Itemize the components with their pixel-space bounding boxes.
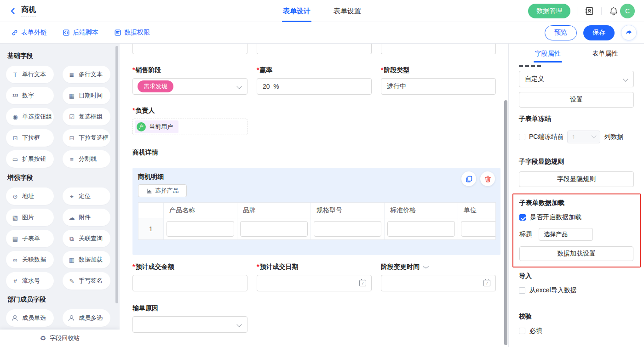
section-member-fields: 部门成员字段	[7, 296, 120, 304]
dataload-checkbox[interactable]	[519, 214, 526, 221]
cutoff-input[interactable]	[132, 44, 247, 54]
close-date-input[interactable]: 7	[257, 275, 372, 291]
sidebar-item-data-load[interactable]: ▥数据加载	[63, 251, 110, 268]
sidebar-item-address[interactable]: ⊙地址	[6, 188, 54, 205]
field-row-inputs-2: 7 7	[132, 275, 500, 291]
divider	[577, 7, 577, 15]
sidebar-item-checkbox-group[interactable]: ☑复选框组	[63, 108, 110, 125]
dataload-title-input[interactable]: 选择产品	[539, 228, 593, 241]
select-product-button[interactable]: 选择产品	[138, 184, 187, 197]
tab-field-properties[interactable]: 字段属性	[535, 50, 561, 63]
sidebar-scrollbar[interactable]	[115, 46, 118, 303]
page-title[interactable]: 商机	[21, 5, 36, 17]
title-area: 商机	[8, 5, 36, 17]
sidebar-item-serial-number[interactable]: #流水号	[6, 272, 54, 290]
stage-change-time-input[interactable]: 7	[381, 275, 496, 291]
freeze-section-title: 子表单冻结	[519, 115, 634, 123]
external-link-button[interactable]: 表单外链	[11, 28, 47, 37]
freeze-checkbox[interactable]	[519, 134, 525, 140]
field-visibility-rules-button[interactable]: 字段显隐规则	[519, 171, 634, 187]
subform-table: 产品名称 品牌 规格型号 标准价格 单位 1	[138, 202, 496, 240]
lose-reason-select[interactable]	[132, 316, 247, 333]
unit-input[interactable]	[461, 221, 496, 237]
sidebar-item-single-line-text[interactable]: T单行文本	[6, 66, 54, 83]
col-header-product-name: 产品名称	[164, 203, 237, 218]
style-select[interactable]: 自定义	[519, 71, 634, 87]
sidebar-item-datetime[interactable]: ▦日期时间	[63, 87, 110, 104]
sidebar-item-subform[interactable]: ▤子表单	[6, 230, 54, 247]
cutoff-input[interactable]	[257, 44, 372, 54]
user-avatar[interactable]: C	[620, 4, 635, 18]
owner-field[interactable]: 户 当前用户	[132, 119, 247, 135]
stage-change-time-label: 阶段变更时间	[381, 263, 496, 271]
back-button[interactable]	[8, 6, 17, 16]
subform-block[interactable]: 商机明细 选择产品 产品名称 品牌 规格型号 标准价格 单位	[132, 168, 500, 255]
col-header-unit: 单位	[458, 203, 496, 218]
delete-subform-button[interactable]	[480, 171, 495, 186]
table-cell	[385, 218, 458, 239]
sidebar-item-related-data[interactable]: ∞关联数据	[6, 251, 54, 268]
number-icon: 123	[12, 94, 19, 97]
backend-script-button[interactable]: 后端脚本	[63, 28, 98, 37]
sidebar-item-related-query[interactable]: ⧉关联查询	[63, 230, 110, 247]
field-palette-sidebar: 基础字段 T单行文本 ≣多行文本 123数字 ▦日期时间 ◉单选按钮组 ☑复选框…	[0, 44, 120, 347]
required-checkbox[interactable]	[519, 328, 525, 334]
field-recycle-bin[interactable]: ♻ 字段回收站	[0, 330, 120, 347]
validate-section-title: 校验	[519, 313, 634, 321]
notification-button[interactable]	[608, 6, 619, 17]
divider	[601, 7, 602, 15]
dataload-settings-button[interactable]: 数据加载设置	[519, 246, 633, 261]
tab-form-properties[interactable]: 表单属性	[592, 50, 618, 63]
share-icon	[625, 28, 633, 37]
enhanced-fields-grid: ⊙地址 ⌖定位 ▧图片 ☁附件 ▤子表单 ⧉关联查询 ∞关联数据 ▥数据加载 #…	[0, 188, 120, 290]
owner-label: *负责人	[132, 107, 500, 114]
excel-import-checkbox[interactable]	[519, 287, 525, 294]
permission-icon	[114, 29, 121, 36]
data-permission-button[interactable]: 数据权限	[114, 28, 150, 37]
sidebar-item-number[interactable]: 123数字	[6, 87, 54, 104]
product-name-input[interactable]	[167, 221, 234, 237]
radio-icon: ◉	[12, 114, 19, 120]
table-cell	[164, 218, 237, 239]
recycle-icon: ♻	[40, 334, 46, 342]
sidebar-item-member-multi[interactable]: 成员多选	[63, 309, 110, 327]
sales-stage-select[interactable]: 需求发现	[132, 78, 247, 95]
price-input[interactable]	[387, 221, 455, 237]
sidebar-item-divider[interactable]: ≡分割线	[63, 150, 110, 168]
spec-input[interactable]	[314, 221, 381, 237]
stage-type-input[interactable]: 进行中	[381, 78, 496, 95]
section-basic-fields: 基础字段	[7, 52, 120, 60]
win-rate-input[interactable]: 20 %	[257, 78, 372, 95]
sidebar-item-location[interactable]: ⌖定位	[63, 188, 110, 205]
tab-form-design[interactable]: 表单设计	[283, 0, 310, 22]
sidebar-item-radio-group[interactable]: ◉单选按钮组	[6, 108, 54, 125]
sidebar-item-multi-line-text[interactable]: ≣多行文本	[63, 66, 110, 83]
cutoff-input[interactable]	[381, 44, 496, 54]
sidebar-item-member-single[interactable]: 成员单选	[6, 309, 54, 327]
log-button[interactable]	[584, 6, 595, 17]
sidebar-item-attachment[interactable]: ☁附件	[63, 209, 110, 226]
freeze-count-select[interactable]: 1	[567, 131, 600, 143]
tab-form-settings[interactable]: 表单设置	[334, 0, 361, 22]
settings-button[interactable]: 设置	[519, 92, 634, 108]
save-button[interactable]: 保存	[583, 25, 615, 40]
sidebar-item-select[interactable]: ⊡下拉框	[6, 129, 54, 147]
chevron-left-icon	[9, 7, 17, 15]
sidebar-item-extend-button[interactable]: ▭扩展按钮	[6, 150, 54, 168]
amount-input[interactable]	[132, 275, 247, 291]
detail-section-title: 商机详情	[132, 148, 500, 157]
sidebar-item-multi-select[interactable]: ⊟下拉复选框	[63, 129, 110, 147]
field-row-labels-1: *销售阶段 *赢率 *阶段类型	[132, 67, 500, 74]
sidebar-item-image[interactable]: ▧图片	[6, 209, 54, 226]
close-date-label: *预计成交日期	[257, 263, 372, 271]
dataload-toggle-row: 是否开启数据加载	[519, 213, 633, 222]
share-button[interactable]	[621, 25, 637, 40]
brand-input[interactable]	[240, 221, 308, 237]
query-icon: ⧉	[68, 236, 75, 242]
copy-subform-button[interactable]	[461, 171, 476, 186]
canvas-scrollbar[interactable]	[504, 100, 507, 345]
data-manage-button[interactable]: 数据管理	[528, 4, 570, 18]
pin-icon: ⊙	[12, 193, 19, 199]
sidebar-item-signature[interactable]: ✎手写签名	[63, 272, 110, 290]
preview-button[interactable]: 预览	[545, 25, 577, 40]
